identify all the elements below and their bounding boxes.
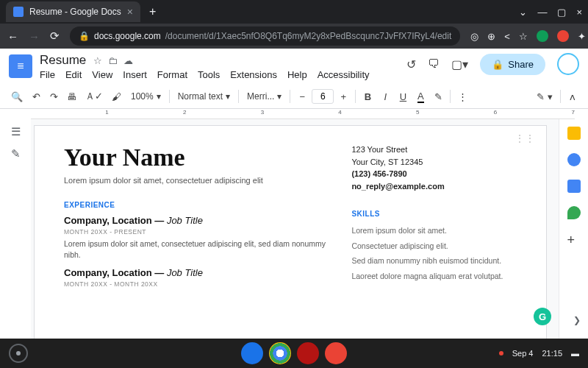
page-canvas[interactable]: ⋮⋮ Your Name Lorem ipsum dolor sit amet,… bbox=[31, 119, 559, 339]
style-select[interactable]: Normal text ▾ bbox=[173, 89, 234, 104]
search-menus-icon[interactable]: 🔍 bbox=[7, 88, 26, 105]
share-icon[interactable]: < bbox=[504, 31, 510, 42]
docs-app: ≡ Resume ☆ 🗀 ☁ File Edit View Insert For… bbox=[0, 49, 588, 339]
job-entry[interactable]: Company, Location — Job Title bbox=[64, 267, 328, 279]
bookmark-icon[interactable]: ☆ bbox=[519, 31, 528, 42]
contact-city[interactable]: Your City, ST 12345 bbox=[351, 156, 517, 169]
font-select[interactable]: Merri... ▾ bbox=[243, 89, 286, 104]
grammarly-icon[interactable]: G bbox=[534, 308, 551, 325]
history-icon[interactable]: ↺ bbox=[406, 57, 416, 71]
print-icon[interactable]: 🖶 bbox=[63, 88, 80, 105]
skill-item[interactable]: Consectetuer adipiscing elit. bbox=[351, 241, 517, 252]
tasks-icon[interactable] bbox=[567, 153, 581, 166]
share-button[interactable]: 🔒 Share bbox=[480, 54, 545, 75]
add-addon-icon[interactable]: + bbox=[567, 233, 581, 246]
menu-tools[interactable]: Tools bbox=[198, 69, 220, 80]
chrome-app-icon[interactable] bbox=[269, 342, 291, 364]
fontsize-input[interactable] bbox=[312, 89, 334, 104]
keep-icon[interactable] bbox=[567, 127, 581, 140]
document-page[interactable]: ⋮⋮ Your Name Lorem ipsum dolor sit amet,… bbox=[34, 125, 547, 339]
maximize-icon[interactable]: ▢ bbox=[557, 7, 566, 18]
files-app-icon[interactable] bbox=[241, 342, 263, 364]
highlight-button[interactable]: ✎ bbox=[430, 88, 446, 105]
job-entry[interactable]: Company, Location — Job Title bbox=[64, 215, 328, 227]
contact-phone[interactable]: (123) 456-7890 bbox=[351, 168, 517, 180]
browser-tab[interactable]: Resume - Google Docs × bbox=[6, 1, 140, 22]
menu-edit[interactable]: Edit bbox=[65, 69, 82, 80]
chromeos-shelf: Sep 4 21:15 ▬ bbox=[0, 339, 588, 368]
reload-button[interactable]: ⟳ bbox=[50, 29, 60, 43]
status-time[interactable]: 21:15 bbox=[542, 349, 562, 358]
undo-button[interactable]: ↶ bbox=[28, 88, 44, 105]
resume-name[interactable]: Your Name bbox=[64, 144, 328, 171]
contact-street[interactable]: 123 Your Street bbox=[351, 144, 517, 156]
shelf-app-icon[interactable] bbox=[325, 342, 347, 364]
tab-close-icon[interactable]: × bbox=[127, 6, 133, 18]
edit-indicator-icon[interactable]: ✎ bbox=[11, 147, 21, 160]
paint-format-icon[interactable]: 🖌 bbox=[108, 88, 125, 105]
job-description[interactable]: Lorem ipsum dolor sit amet, consectetuer… bbox=[64, 238, 328, 260]
status-date[interactable]: Sep 4 bbox=[512, 349, 534, 358]
ext-icon[interactable] bbox=[537, 30, 548, 42]
menu-help[interactable]: Help bbox=[287, 69, 307, 80]
italic-button[interactable]: I bbox=[377, 88, 393, 105]
skill-item[interactable]: Sed diam nonummy nibh euismod tincidunt. bbox=[351, 255, 517, 266]
docs-logo-icon[interactable]: ≡ bbox=[9, 54, 32, 78]
editing-mode-button[interactable]: ✎ ▾ bbox=[533, 88, 556, 105]
new-tab-button[interactable]: + bbox=[149, 5, 156, 18]
ext-icon[interactable]: ◎ bbox=[470, 31, 478, 42]
document-title[interactable]: Resume bbox=[40, 53, 86, 68]
menu-accessibility[interactable]: Accessibility bbox=[318, 69, 370, 80]
text-color-button[interactable]: A bbox=[412, 88, 429, 105]
star-icon[interactable]: ☆ bbox=[93, 55, 102, 66]
cloud-status-icon[interactable]: ☁ bbox=[123, 55, 133, 66]
meet-icon[interactable]: ▢▾ bbox=[451, 57, 468, 71]
menu-extensions[interactable]: Extensions bbox=[230, 69, 277, 80]
move-icon[interactable]: 🗀 bbox=[108, 55, 118, 66]
address-bar[interactable]: 🔒 docs.google.com/document/d/1Xaec5nfO8Q… bbox=[70, 26, 460, 46]
docs-header: ≡ Resume ☆ 🗀 ☁ File Edit View Insert For… bbox=[0, 49, 588, 85]
shelf-app-icon[interactable] bbox=[297, 342, 319, 364]
menu-format[interactable]: Format bbox=[157, 69, 187, 80]
contact-email[interactable]: no_reply@example.com bbox=[351, 180, 517, 193]
battery-icon[interactable]: ▬ bbox=[571, 349, 579, 358]
job-date[interactable]: MONTH 20XX - MONTH 20XX bbox=[64, 280, 328, 288]
section-header-skills[interactable]: SKILLS bbox=[351, 208, 517, 219]
underline-button[interactable]: U bbox=[395, 88, 411, 105]
forward-button[interactable]: → bbox=[29, 30, 40, 43]
extensions-icon[interactable]: ✦ bbox=[578, 31, 586, 42]
chevron-down-icon[interactable]: ⌄ bbox=[519, 7, 527, 18]
browser-titlebar: Resume - Google Docs × + ⌄ — ▢ × bbox=[0, 0, 588, 24]
minimize-icon[interactable]: — bbox=[537, 7, 547, 18]
more-format-icon[interactable]: ⋮ bbox=[454, 88, 471, 105]
maps-icon[interactable] bbox=[567, 206, 581, 219]
drag-handle-icon[interactable]: ⋮⋮ bbox=[515, 133, 536, 144]
close-window-icon[interactable]: × bbox=[576, 7, 582, 18]
horizontal-ruler[interactable]: 1234567 bbox=[31, 109, 575, 119]
collapse-toolbar-icon[interactable]: ʌ bbox=[564, 88, 581, 105]
launcher-button[interactable] bbox=[9, 344, 28, 363]
menu-file[interactable]: File bbox=[40, 69, 55, 80]
zoom-select[interactable]: 100% ▾ bbox=[126, 89, 165, 104]
spellcheck-icon[interactable]: Ａ✓ bbox=[82, 88, 107, 105]
contacts-icon[interactable] bbox=[567, 180, 581, 193]
account-avatar[interactable] bbox=[557, 53, 579, 75]
bold-button[interactable]: B bbox=[359, 88, 376, 105]
redo-button[interactable]: ↷ bbox=[46, 88, 62, 105]
fontsize-increase[interactable]: + bbox=[335, 88, 351, 105]
ext-icon[interactable] bbox=[557, 30, 569, 42]
menu-view[interactable]: View bbox=[92, 69, 112, 80]
fontsize-decrease[interactable]: − bbox=[294, 88, 310, 105]
ext-icon[interactable]: ⊕ bbox=[487, 31, 495, 42]
menu-insert[interactable]: Insert bbox=[123, 69, 147, 80]
comments-icon[interactable]: 🗨 bbox=[428, 57, 440, 71]
back-button[interactable]: ← bbox=[7, 30, 18, 43]
skill-item[interactable]: Lorem ipsum dolor sit amet. bbox=[351, 225, 517, 236]
section-header-experience[interactable]: EXPERIENCE bbox=[64, 201, 328, 209]
outline-icon[interactable]: ☰ bbox=[11, 125, 21, 138]
notification-dot-icon[interactable] bbox=[499, 351, 503, 355]
skill-item[interactable]: Laoreet dolore magna aliquam erat volutp… bbox=[351, 271, 517, 282]
job-date[interactable]: MONTH 20XX - PRESENT bbox=[64, 228, 328, 236]
explore-arrow-icon[interactable]: ❯ bbox=[573, 315, 581, 325]
resume-tagline[interactable]: Lorem ipsum dolor sit amet, consectetuer… bbox=[64, 176, 328, 185]
